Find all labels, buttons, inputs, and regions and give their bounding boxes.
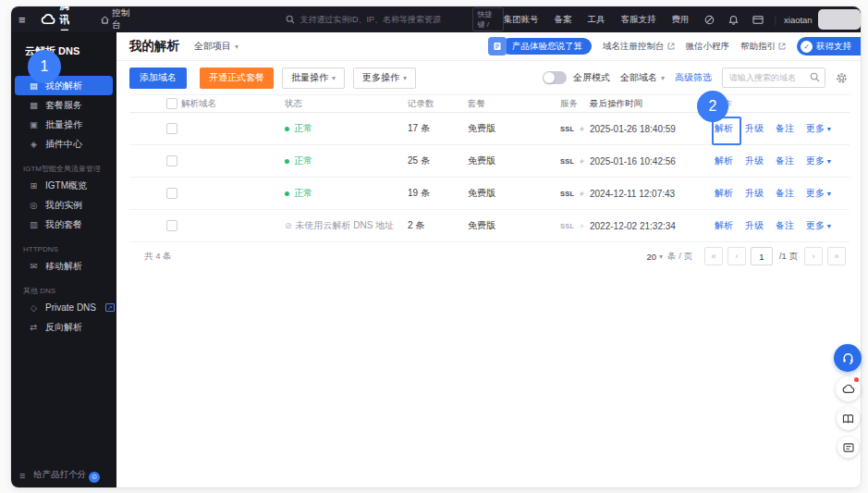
- notification-red-dot: [854, 377, 859, 382]
- more-link[interactable]: 更多 ▾: [806, 219, 831, 232]
- notifications-fab[interactable]: [836, 376, 861, 401]
- batch-ops-button[interactable]: 批量操作 ▾: [282, 68, 345, 89]
- menu-item-group-account[interactable]: 集团账号: [504, 14, 539, 26]
- sidebar-item-plugin-center[interactable]: ◈ 插件中心: [15, 134, 113, 154]
- row-checkbox[interactable]: [166, 155, 177, 166]
- add-domain-button[interactable]: 添加域名: [129, 68, 187, 89]
- customer-service-fab[interactable]: [834, 344, 862, 372]
- upgrade-link[interactable]: 升级: [745, 122, 764, 135]
- cloud-icon: [842, 384, 855, 394]
- global-search-input[interactable]: [300, 15, 456, 24]
- caret-down-icon: ▾: [827, 157, 831, 166]
- caret-down-icon: ▾: [827, 190, 831, 198]
- pagination: 20 ▾ 条 / 页 « ‹ 1 /1 页 › »: [646, 247, 846, 265]
- last-op-time: 2025-01-16 10:42:56: [590, 156, 715, 166]
- row-checkbox[interactable]: [166, 220, 177, 231]
- page-number-input[interactable]: 1: [751, 247, 773, 265]
- col-service: 服务: [560, 98, 590, 110]
- ssl-badge[interactable]: SSL: [560, 222, 574, 230]
- search-icon: [286, 15, 295, 24]
- domain-filter-select[interactable]: 全部域名 ▾: [620, 71, 665, 84]
- sidebar-item-batch-ops[interactable]: ▣ 批量操作: [15, 115, 113, 134]
- sidebar-section-httpdns: HTTPDNS: [11, 242, 116, 256]
- billing-card-icon[interactable]: [752, 15, 764, 25]
- monitor-flash-icon[interactable]: [578, 190, 586, 198]
- sidebar-item-reverse-dns[interactable]: ⇄ 反向解析: [15, 317, 113, 337]
- smiley-icon: ☺: [89, 472, 100, 483]
- ssl-badge[interactable]: SSL: [560, 157, 574, 166]
- total-count: 共 4 条: [144, 251, 172, 263]
- monitor-flash-icon[interactable]: [578, 157, 586, 166]
- more-link[interactable]: 更多 ▾: [806, 187, 831, 200]
- global-search[interactable]: [286, 15, 456, 24]
- sidebar-item-my-packages[interactable]: ▥ 我的套餐: [15, 215, 113, 234]
- help-guide-link[interactable]: 帮助指引: [740, 41, 786, 53]
- menu-item-billing[interactable]: 费用: [672, 14, 690, 26]
- select-all-checkbox[interactable]: [166, 98, 177, 109]
- resolve-link[interactable]: 解析: [715, 219, 733, 232]
- prev-page-button[interactable]: ‹: [727, 247, 746, 265]
- status-text: 正常: [294, 154, 312, 167]
- sidebar-item-private-dns[interactable]: ◇ Private DNS ↗: [15, 298, 113, 317]
- resolve-link[interactable]: 解析: [715, 154, 733, 167]
- plan-name: 免费版: [468, 154, 560, 167]
- ssl-badge[interactable]: SSL: [560, 125, 574, 133]
- lab-icon[interactable]: [704, 15, 715, 25]
- monitor-flash-icon[interactable]: [578, 222, 586, 230]
- get-support-button[interactable]: ✓ 获得支持: [797, 37, 861, 55]
- monitor-flash-icon[interactable]: [578, 125, 586, 133]
- open-paid-plan-button[interactable]: 开通正式套餐: [200, 68, 274, 89]
- documentation-fab[interactable]: [837, 407, 860, 430]
- more-link[interactable]: 更多 ▾: [806, 122, 831, 135]
- sidebar-item-my-instances[interactable]: ◎ 我的实例: [15, 195, 113, 215]
- row-checkbox[interactable]: [166, 123, 177, 134]
- fullscreen-label: 全屏模式: [573, 71, 610, 84]
- user-avatar-redacted[interactable]: [818, 9, 861, 30]
- feedback-pill[interactable]: 产品体验您说了算: [488, 37, 592, 55]
- hamburger-menu-icon[interactable]: ≡: [18, 13, 26, 27]
- menu-item-tools[interactable]: 工具: [588, 14, 605, 26]
- domain-console-link[interactable]: 域名注册控制台: [603, 41, 675, 53]
- rate-product-link[interactable]: 给产品打个分☺: [25, 469, 108, 483]
- advanced-filter-link[interactable]: 高级筛选: [675, 71, 712, 84]
- sidebar-item-my-dns[interactable]: ▤ 我的解析: [15, 76, 113, 95]
- ssl-badge[interactable]: SSL: [560, 190, 574, 198]
- page-size-select[interactable]: 20 ▾: [646, 252, 663, 262]
- column-settings-gear-icon[interactable]: [836, 72, 848, 84]
- search-icon[interactable]: [810, 72, 820, 82]
- more-link[interactable]: 更多 ▾: [806, 154, 831, 167]
- upgrade-link[interactable]: 升级: [745, 219, 764, 232]
- batch-ops-icon: ▣: [29, 119, 39, 129]
- menu-item-icp[interactable]: 备案: [555, 14, 572, 26]
- next-page-button[interactable]: ›: [804, 247, 823, 265]
- last-page-button[interactable]: »: [827, 247, 846, 265]
- sidebar-item-igtm-overview[interactable]: ⊞ IGTM概览: [15, 176, 113, 195]
- sidebar-item-plan-service[interactable]: ▦ 套餐服务: [15, 95, 113, 115]
- first-page-button[interactable]: «: [704, 247, 723, 265]
- status-text: 正常: [294, 187, 312, 200]
- last-op-time: 2025-01-26 18:40:59: [590, 124, 715, 134]
- survey-fab[interactable]: [837, 437, 859, 458]
- upgrade-link[interactable]: 升级: [745, 187, 764, 200]
- inactive-status-icon: ⊘: [285, 221, 292, 230]
- wechat-mini-program-link[interactable]: 微信小程序: [686, 41, 730, 53]
- resolve-link[interactable]: 解析: [715, 187, 733, 200]
- sidebar-section-igtm: IGTM智能全局流量管理: [11, 162, 116, 176]
- remark-link[interactable]: 备注: [776, 122, 794, 135]
- username[interactable]: xiaotan: [784, 15, 813, 25]
- record-count: 2 条: [408, 219, 468, 232]
- bell-icon[interactable]: [728, 15, 739, 25]
- remark-link[interactable]: 备注: [776, 154, 794, 167]
- row-checkbox[interactable]: [166, 188, 177, 199]
- upgrade-link[interactable]: 升级: [745, 154, 764, 167]
- sidebar-item-mobile-dns[interactable]: ✉ 移动解析: [15, 256, 113, 276]
- menu-item-support[interactable]: 客服支持: [621, 14, 656, 26]
- remark-link[interactable]: 备注: [776, 219, 794, 232]
- fullscreen-toggle[interactable]: [543, 71, 567, 84]
- status-dot-icon: [285, 127, 289, 131]
- console-link[interactable]: 控制台: [101, 7, 129, 31]
- table-row: 正常 17 条 免费版 SSL 2025-01-26 18:40:59 解析 升…: [129, 113, 850, 145]
- project-select[interactable]: 全部项目 ▾: [194, 40, 238, 53]
- more-ops-button[interactable]: 更多操作 ▾: [353, 68, 416, 89]
- remark-link[interactable]: 备注: [776, 187, 794, 200]
